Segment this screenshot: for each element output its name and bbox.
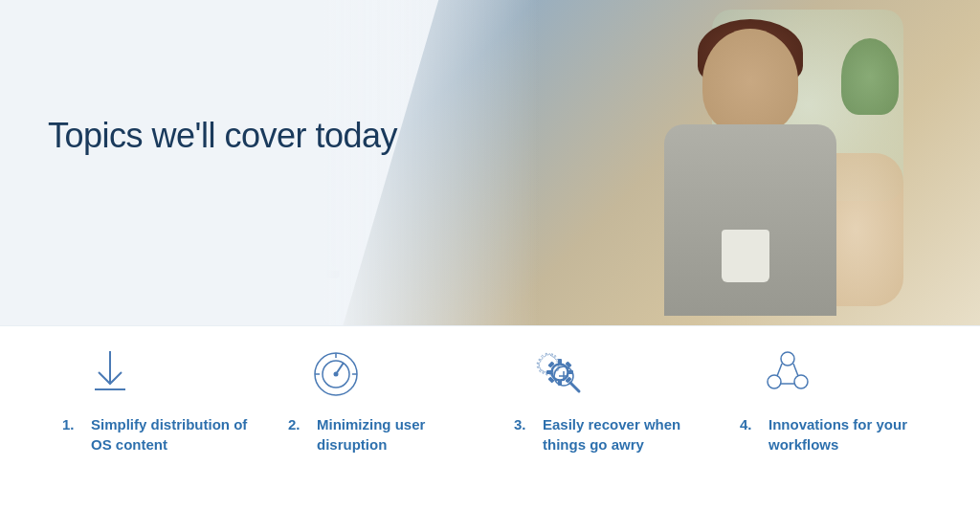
topic-item-2: 2. Minimizing user disruption <box>274 345 500 455</box>
svg-point-5 <box>334 372 339 377</box>
svg-line-20 <box>570 383 579 391</box>
svg-rect-11 <box>558 359 562 365</box>
topic-text-4: 4. Innovations for your workflows <box>740 414 937 455</box>
svg-rect-13 <box>546 370 552 374</box>
topic-number-4: 4. <box>740 414 761 434</box>
svg-point-23 <box>781 352 794 366</box>
network-circles-icon <box>759 345 816 403</box>
topic-label-1: Simplify distribution of OS content <box>91 414 259 455</box>
topic-label-3: Easily recover when things go awry <box>543 414 711 455</box>
svg-line-27 <box>793 364 798 376</box>
svg-point-25 <box>794 375 808 388</box>
hero-title: Topics we'll cover today <box>48 115 397 156</box>
topic-text-2: 2. Minimizing user disruption <box>288 414 485 455</box>
topic-text-1: 1. Simplify distribution of OS content <box>62 414 259 455</box>
download-arrow-icon <box>81 345 139 403</box>
topic-label-4: Innovations for your workflows <box>768 414 937 455</box>
topic-number-3: 3. <box>514 414 535 434</box>
gear-wrench-icon <box>533 345 590 403</box>
topic-label-2: Minimizing user disruption <box>317 414 485 455</box>
svg-point-24 <box>768 375 781 388</box>
topics-section: 1. Simplify distribution of OS content <box>0 325 980 510</box>
topic-item-4: 4. Innovations for your workflows <box>725 345 951 455</box>
topic-item-1: 1. Simplify distribution of OS content <box>48 345 274 455</box>
topic-number-2: 2. <box>288 414 309 434</box>
speedometer-icon <box>307 345 365 403</box>
page-container: Topics we'll cover today 1. Simplify dis… <box>0 0 980 510</box>
topic-text-3: 3. Easily recover when things go awry <box>514 414 711 455</box>
person-illustration <box>568 10 903 325</box>
hero-overlay <box>0 0 539 325</box>
topic-number-1: 1. <box>62 414 83 434</box>
svg-line-26 <box>777 364 782 376</box>
topic-item-3: 3. Easily recover when things go awry <box>500 345 725 455</box>
hero-section: Topics we'll cover today <box>0 0 980 325</box>
